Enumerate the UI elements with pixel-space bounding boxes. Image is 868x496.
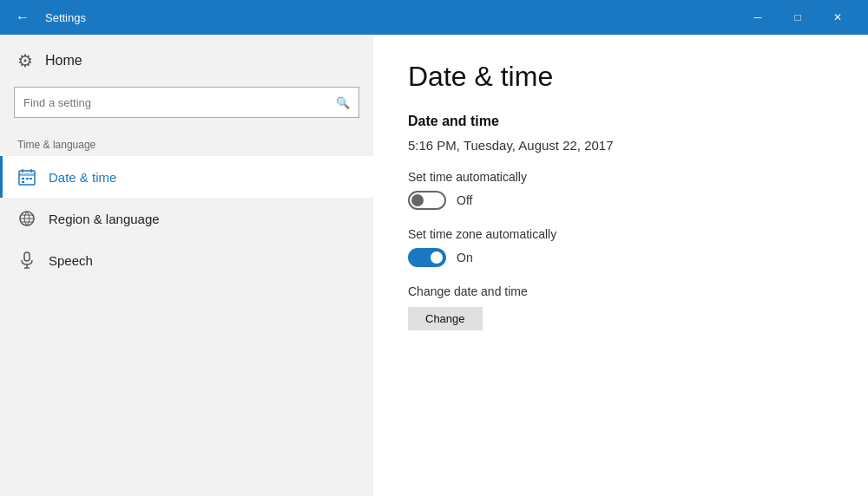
svg-rect-4: [22, 178, 24, 179]
search-icon: 🔍: [336, 96, 350, 109]
back-button[interactable]: ←: [10, 5, 35, 29]
current-datetime: 5:16 PM, Tuesday, August 22, 2017: [408, 138, 833, 153]
set-time-auto-label: Set time automatically: [408, 170, 833, 184]
sidebar-item-region-label: Region & language: [49, 212, 160, 226]
svg-rect-7: [22, 181, 24, 183]
set-timezone-auto-toggle-row: On: [408, 248, 833, 267]
search-box: 🔍: [14, 87, 359, 118]
maximize-button[interactable]: □: [778, 0, 818, 35]
minimize-button[interactable]: ─: [738, 0, 778, 35]
change-button[interactable]: Change: [408, 307, 483, 330]
sidebar-item-region-language[interactable]: Region & language: [0, 198, 373, 239]
set-time-auto-state: Off: [457, 193, 472, 207]
sidebar: ⚙ Home 🔍 Time & language: [0, 35, 373, 496]
set-timezone-auto-row: Set time zone automatically On: [408, 227, 833, 267]
set-time-auto-row: Set time automatically Off: [408, 170, 833, 210]
sidebar-item-speech[interactable]: Speech: [0, 239, 373, 281]
toggle-track-time: [408, 191, 446, 210]
toggle-track-timezone: [408, 248, 446, 267]
set-time-auto-toggle-row: Off: [408, 191, 833, 210]
change-datetime-label: Change date and time: [408, 284, 833, 298]
titlebar: ← Settings ─ □ ✕: [0, 0, 868, 35]
calendar-icon: [17, 168, 36, 186]
set-timezone-auto-state: On: [457, 251, 473, 264]
search-input[interactable]: [23, 96, 336, 109]
sidebar-item-speech-label: Speech: [49, 253, 93, 268]
set-timezone-auto-label: Set time zone automatically: [408, 227, 833, 241]
svg-rect-6: [30, 178, 32, 179]
set-time-auto-toggle[interactable]: [408, 191, 446, 210]
svg-rect-1: [19, 173, 35, 176]
page-title: Date & time: [408, 61, 833, 93]
home-icon: ⚙: [17, 50, 33, 71]
content-area: Date & time Date and time 5:16 PM, Tuesd…: [373, 35, 868, 496]
window-controls: ─ □ ✕: [738, 0, 858, 35]
change-datetime-row: Change date and time Change: [408, 284, 833, 330]
sidebar-home[interactable]: ⚙ Home: [0, 35, 373, 87]
sidebar-section-label: Time & language: [0, 132, 373, 156]
svg-rect-5: [26, 178, 29, 179]
search-box-wrap: 🔍: [0, 87, 373, 132]
titlebar-title: Settings: [45, 11, 738, 24]
sidebar-item-date-time[interactable]: Date & time: [0, 156, 373, 198]
region-icon: [17, 210, 36, 227]
toggle-thumb-time: [411, 194, 424, 206]
svg-rect-12: [24, 252, 30, 261]
close-button[interactable]: ✕: [818, 0, 858, 35]
set-timezone-auto-toggle[interactable]: [408, 248, 446, 267]
section-title: Date and time: [408, 114, 833, 129]
sidebar-item-date-time-label: Date & time: [49, 170, 116, 185]
app-body: ⚙ Home 🔍 Time & language: [0, 35, 868, 496]
home-label: Home: [45, 53, 82, 69]
microphone-icon: [17, 251, 36, 269]
back-icon: ←: [16, 10, 30, 25]
toggle-thumb-timezone: [431, 251, 443, 264]
